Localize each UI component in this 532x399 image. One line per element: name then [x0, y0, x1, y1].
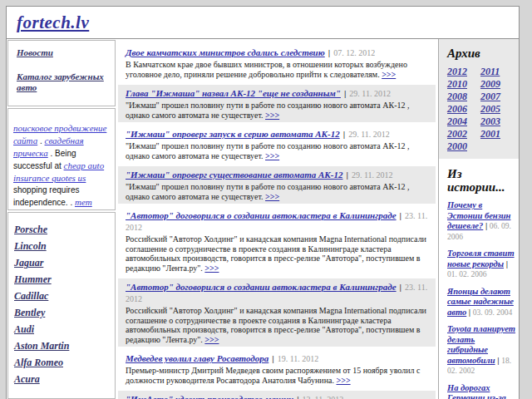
- article-date: 29. 11. 2012: [349, 89, 391, 98]
- history-item: На дорогах Германии из-за метели возник …: [447, 383, 515, 399]
- header: fortech.lv: [7, 7, 519, 39]
- archive-year-link[interactable]: 2005: [480, 103, 514, 115]
- brand-link[interactable]: Jaguar: [14, 258, 111, 268]
- article-separator: |: [297, 394, 298, 399]
- history-separator: |: [497, 356, 499, 365]
- history-item: Торговля ставит новые рекорды | 01. 02. …: [447, 249, 515, 280]
- read-more-link[interactable]: >>>: [204, 335, 219, 344]
- sidebar-nav-link[interactable]: Каталог зарубежных авто: [17, 71, 111, 93]
- article-title-link[interactable]: "Автотор" договорился о создании автокла…: [126, 282, 397, 292]
- article-text: Российский "Автотор Холдинг" и канадская…: [126, 234, 426, 273]
- history-list: Почему в Эстонии бензин дешевле? | 06. 0…: [447, 200, 515, 399]
- left-sidebar: Новости Каталог зарубежных авто поисково…: [7, 39, 116, 399]
- brand-link[interactable]: Lincoln: [14, 241, 111, 252]
- read-more-link[interactable]: >>>: [204, 264, 219, 273]
- article-date: 07. 12. 2012: [333, 48, 375, 57]
- article: "Автотор" договорился о создании автокла…: [118, 278, 436, 347]
- history-item: Почему в Эстонии бензин дешевле? | 06. 0…: [447, 200, 515, 242]
- article-body: Российский "Автотор Холдинг" и канадская…: [126, 234, 428, 273]
- article-text: Российский "Автотор Холдинг" и канадская…: [126, 306, 426, 344]
- article-date: 12. 11. 2012: [303, 395, 344, 399]
- article-body: "Ижмаш" прошел половину пути в работе по…: [126, 141, 428, 160]
- brand-link[interactable]: Acura: [14, 374, 111, 385]
- read-more-link[interactable]: >>>: [382, 70, 396, 79]
- read-more-link[interactable]: >>>: [265, 111, 279, 120]
- page-container: fortech.lv Новости Каталог зарубежных ав…: [6, 6, 520, 399]
- archive-year-link[interactable]: 2008: [447, 91, 480, 102]
- sidebar-ads-box: поисковое продвижение сайта . свадебная …: [7, 108, 116, 210]
- article-separator: |: [347, 170, 348, 180]
- article-title-link[interactable]: "Ижмаш" опроверг запуск в серию автомата…: [126, 129, 340, 139]
- article-title-link[interactable]: Медведев уволил главу Росавтодора: [126, 353, 268, 363]
- brand-link[interactable]: Audi: [14, 324, 111, 335]
- article-text: В Камчатском крае двое бывших министров,…: [126, 60, 407, 79]
- article: Двое камчатских министров сдались следст…: [118, 44, 436, 81]
- history-separator: |: [469, 308, 470, 317]
- archive-year-link[interactable]: 2004: [447, 116, 480, 127]
- content-area: Новости Каталог зарубежных авто поисково…: [7, 39, 519, 399]
- archive-year-link[interactable]: 2001: [480, 128, 514, 140]
- site-logo[interactable]: fortech.lv: [17, 12, 89, 32]
- brand-link[interactable]: Hummer: [14, 274, 111, 285]
- read-more-link[interactable]: >>>: [265, 151, 279, 160]
- article-header: Медведев уволил главу Росавтодора | 19. …: [126, 352, 428, 364]
- article: "Ижмаш" опроверг существование автомата …: [118, 166, 436, 204]
- history-separator: |: [506, 259, 508, 268]
- archive-year-link[interactable]: 2010: [447, 78, 480, 90]
- article: "Ижмаш" опроверг запуск в серию автомата…: [118, 126, 436, 163]
- brand-link[interactable]: Cadillac: [14, 291, 111, 302]
- article-title-link[interactable]: Глава "Ижмаша" назвал АК-12 "еще не созд…: [126, 88, 341, 98]
- brand-link[interactable]: Aston Martin: [14, 341, 111, 352]
- history-title: Из истории...: [447, 167, 515, 194]
- read-more-link[interactable]: >>>: [337, 376, 351, 385]
- ad-text: .: [37, 136, 44, 145]
- article-title-link[interactable]: "ИжАвто" удвоит производство машин: [126, 394, 293, 399]
- brand-link[interactable]: Porsche: [14, 224, 111, 235]
- article-title-link[interactable]: Двое камчатских министров сдались следст…: [126, 47, 325, 57]
- article-body: Премьер-министр Дмитрий Медведев своим р…: [126, 366, 428, 385]
- article-date: 29. 11. 2012: [348, 130, 390, 139]
- history-link[interactable]: На дорогах Германии из-за метели возник …: [447, 383, 506, 399]
- archive-year-link[interactable]: 2002: [447, 128, 480, 140]
- article: Глава "Ижмаша" назвал АК-12 "еще не созд…: [118, 85, 436, 122]
- article-header: "Ижмаш" опроверг существование автомата …: [126, 169, 428, 180]
- archive-year-link[interactable]: 2006: [447, 103, 480, 115]
- sidebar-nav-box: Новости Каталог зарубежных авто: [7, 40, 116, 106]
- article-separator: |: [400, 282, 401, 292]
- archive-year-link[interactable]: 2007: [480, 91, 514, 102]
- archive-year-link[interactable]: 2012: [447, 66, 480, 77]
- history-date: 03. 09. 2004: [473, 308, 513, 317]
- article-body: "Ижмаш" прошел половину пути в работе по…: [126, 101, 428, 120]
- article-title-link[interactable]: "Ижмаш" опроверг существование автомата …: [126, 170, 343, 180]
- archive-year-link[interactable]: 2003: [480, 116, 514, 127]
- sidebar-nav-link[interactable]: Новости: [17, 47, 111, 58]
- article-body: В Камчатском крае двое бывших министров,…: [126, 60, 428, 79]
- read-more-link[interactable]: >>>: [265, 192, 279, 201]
- article-header: Двое камчатских министров сдались следст…: [126, 47, 428, 58]
- archive-section: Архив 2012 2011 2010 2009 2008 2007: [439, 39, 519, 159]
- history-date: 01. 02. 2006: [447, 270, 487, 278]
- archive-year-link[interactable]: 2009: [480, 78, 514, 90]
- article-separator: |: [343, 129, 345, 139]
- right-sidebar: Архив 2012 2011 2010 2009 2008 2007: [438, 39, 519, 399]
- history-item: Toyota планирует делать гибридные автомо…: [447, 324, 515, 377]
- main-content: Двое камчатских министров сдались следст…: [116, 39, 438, 399]
- ad-text: shopping requires independence. .: [13, 185, 80, 207]
- article-date: 29. 11. 2012: [352, 170, 393, 180]
- brand-link[interactable]: Bentley: [14, 308, 111, 318]
- article-text: Премьер-министр Дмитрий Медведев своим р…: [126, 366, 420, 385]
- history-item: Японцы делают самые надежные авто | 03. …: [447, 287, 515, 318]
- history-link[interactable]: Торговля ставит новые рекорды: [447, 249, 515, 268]
- history-separator: |: [485, 221, 487, 230]
- archive-year-link[interactable]: 2000: [447, 140, 480, 152]
- article-body: "Ижмаш" прошел половину пути в работе по…: [126, 182, 428, 201]
- archive-year-link[interactable]: 2011: [480, 66, 514, 77]
- archive-title: Архив: [447, 47, 517, 61]
- sidebar-brands-box: Porsche Lincoln Jaguar Hummer Cadillac B…: [7, 212, 116, 399]
- article-separator: |: [400, 210, 401, 220]
- article: "Автотор" договорился о создании автокла…: [118, 207, 436, 275]
- article-title-link[interactable]: "Автотор" договорился о создании автокла…: [126, 210, 397, 220]
- article-header: "Автотор" договорился о создании автокла…: [126, 209, 428, 233]
- article-separator: |: [344, 88, 346, 98]
- brand-link[interactable]: Alfa Romeo: [14, 357, 111, 368]
